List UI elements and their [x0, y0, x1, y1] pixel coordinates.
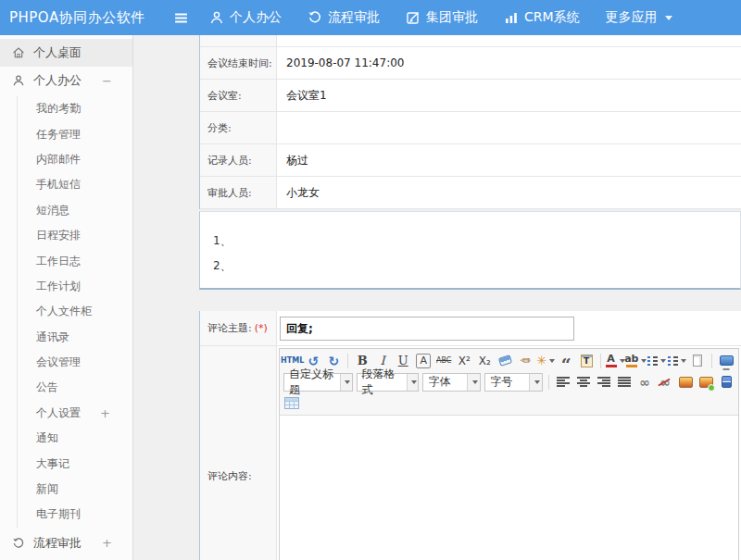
field-value: 小龙女	[277, 177, 741, 208]
nav-workflow-approval[interactable]: 流程审批	[295, 0, 393, 35]
font-color-button[interactable]: A	[606, 352, 624, 370]
paragraph-format-select[interactable]: 段落格式	[357, 373, 420, 392]
table-row: 会议结束时间:2019-08-07 11:47:00	[200, 47, 741, 80]
fullscreen-icon[interactable]	[717, 352, 735, 370]
expand-icon[interactable]: +	[102, 536, 112, 550]
media-icon[interactable]	[717, 373, 735, 392]
subscript-button[interactable]: X₂	[475, 352, 494, 370]
sidebar-item[interactable]: 通知	[18, 426, 132, 451]
toolbar-separator	[548, 375, 549, 390]
unlink-icon[interactable]: ∞	[656, 373, 674, 392]
unordered-list-button[interactable]	[668, 352, 686, 370]
insert-image-icon[interactable]	[697, 373, 715, 392]
undo-icon[interactable]: ↺	[304, 352, 322, 370]
editor-content-area[interactable]	[280, 416, 738, 560]
sidebar-item[interactable]: 个人设置+	[18, 401, 132, 426]
nav-label: 更多应用	[606, 9, 658, 26]
nav-label: 集团审批	[426, 9, 478, 26]
chevron-down-icon[interactable]	[407, 374, 419, 391]
history-icon	[11, 537, 26, 550]
collapse-icon[interactable]: −	[102, 74, 112, 88]
sidebar-item[interactable]: 公告	[18, 375, 132, 400]
comment-form-table: 评论主题: (*) 评论内容: HTML↺↻BIUAABCX²X₂✏✳“TAab…	[199, 311, 741, 560]
sidebar-item[interactable]: 内部邮件	[18, 147, 132, 172]
nav-more-apps[interactable]: 更多应用	[593, 0, 685, 35]
bold-button[interactable]: B	[353, 352, 371, 370]
redo-icon[interactable]: ↻	[324, 352, 343, 370]
align-left-button[interactable]	[554, 373, 572, 392]
sidebar-item-workflow-approval[interactable]: 流程审批+	[0, 529, 132, 557]
sidebar-item-label: 个人设置	[36, 405, 81, 421]
html-source-button[interactable]: HTML	[283, 352, 302, 370]
expand-icon[interactable]: +	[100, 406, 110, 420]
field-value: 会议室1	[277, 80, 741, 111]
underline-button[interactable]: U	[394, 352, 412, 370]
chevron-down-icon[interactable]	[340, 374, 351, 391]
sidebar-item[interactable]: 个人文件柜	[18, 299, 132, 324]
nav-group-approval[interactable]: 集团审批	[393, 0, 491, 35]
sidebar-item[interactable]: 短消息	[18, 198, 132, 223]
chevron-down-icon	[660, 359, 666, 363]
blockquote-button[interactable]: “	[557, 352, 575, 370]
image-icon[interactable]	[676, 373, 695, 392]
italic-button[interactable]: I	[373, 352, 392, 370]
eraser-icon[interactable]	[496, 352, 514, 370]
link-icon[interactable]: ∞	[635, 373, 654, 392]
table-icon[interactable]	[283, 394, 301, 413]
sidebar-item-label: 大事记	[36, 456, 69, 472]
sidebar-item[interactable]: 会议管理	[18, 350, 132, 375]
font-family-select[interactable]: 字体	[422, 373, 481, 392]
sidebar-item-personal-office[interactable]: 个人办公−	[0, 67, 132, 94]
toolbar-row-2: 自定义标题段落格式字体字号∞∞	[282, 371, 736, 392]
sidebar-item[interactable]: 新闻	[18, 477, 132, 502]
select-value: 自定义标题	[289, 367, 336, 398]
table-row	[200, 35, 741, 47]
new-document-icon[interactable]	[688, 352, 707, 370]
font-size-select[interactable]: 字号	[484, 373, 543, 392]
sidebar-item[interactable]: 手机短信	[18, 172, 132, 197]
sidebar: 个人桌面个人办公−我的考勤任务管理内部邮件手机短信短消息日程安排工作日志工作计划…	[0, 35, 133, 560]
history-icon	[308, 10, 322, 25]
field-label: 审批人员:	[200, 177, 277, 208]
nav-crm-system[interactable]: CRM系统	[491, 0, 593, 35]
chevron-down-icon[interactable]	[467, 374, 480, 391]
align-center-button[interactable]	[574, 373, 593, 392]
strikethrough-button[interactable]: ABC	[434, 352, 453, 370]
sidebar-item[interactable]: 电子期刊	[18, 502, 132, 527]
sidebar-item[interactable]: 日程安排	[18, 223, 132, 248]
sidebar-item[interactable]: 工作日志	[18, 248, 132, 273]
sidebar-item[interactable]: 通讯录	[18, 325, 132, 350]
menu-toggle-button[interactable]	[165, 10, 196, 26]
paste-as-text-icon[interactable]: T	[577, 352, 596, 370]
hamburger-icon	[173, 10, 189, 26]
sidebar-item-label: 会议管理	[36, 355, 81, 370]
align-justify-button[interactable]	[615, 373, 634, 392]
comment-subject-input[interactable]	[280, 317, 574, 341]
ordered-list-button[interactable]	[647, 352, 666, 370]
home-icon	[11, 46, 26, 59]
align-left-button	[557, 376, 570, 388]
custom-title-select[interactable]: 自定义标题	[283, 373, 353, 392]
superscript-button[interactable]: X²	[455, 352, 473, 370]
align-right-button	[597, 376, 610, 388]
autotypeset-icon[interactable]: ✳	[536, 352, 555, 370]
media-icon	[722, 376, 732, 388]
insert-image-icon	[699, 377, 713, 388]
sidebar-item[interactable]: 大事记	[18, 451, 132, 476]
meeting-detail-table: 会议结束时间:2019-08-07 11:47:00会议室:会议室1分类:记录人…	[199, 35, 741, 209]
highlight-color-button[interactable]: ab	[626, 352, 646, 370]
person-icon	[11, 74, 26, 87]
chevron-down-icon[interactable]	[529, 374, 542, 391]
sidebar-item-personal-desktop[interactable]: 个人桌面	[0, 39, 132, 67]
format-brush-icon[interactable]: ✏	[516, 352, 534, 370]
sidebar-item[interactable]: 工作计划	[18, 274, 132, 299]
nav-label: CRM系统	[524, 9, 580, 26]
app-title: PHPOA协同办公软件	[0, 9, 165, 27]
align-right-button[interactable]	[595, 373, 613, 392]
nav-personal-office[interactable]: 个人办公	[196, 0, 295, 35]
font-border-button[interactable]: A	[416, 354, 431, 368]
fullscreen-icon	[720, 355, 734, 366]
field-value: 2019-08-07 11:47:00	[277, 47, 741, 79]
sidebar-item[interactable]: 我的考勤	[18, 96, 132, 121]
sidebar-item[interactable]: 任务管理	[18, 121, 132, 146]
